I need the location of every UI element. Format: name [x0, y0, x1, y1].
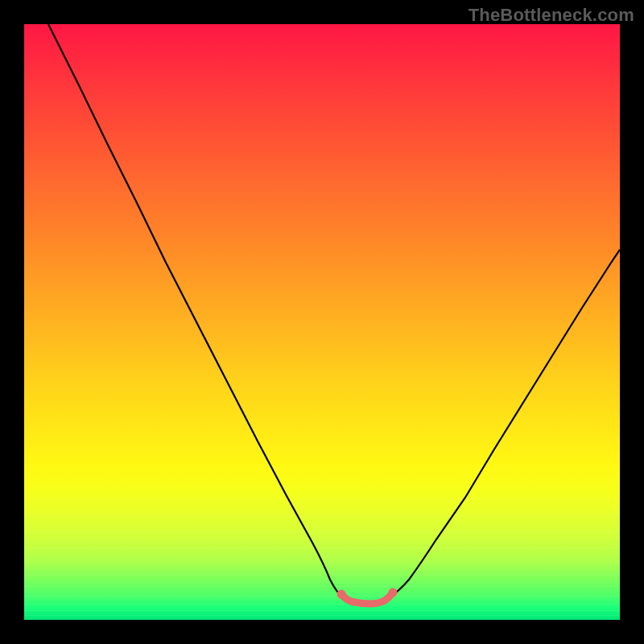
curve-left-segment: [48, 24, 343, 597]
curve-highlight-segment: [341, 592, 393, 604]
chart-frame: TheBottleneck.com: [0, 0, 644, 644]
watermark-text: TheBottleneck.com: [469, 5, 634, 26]
curve-right-segment: [390, 250, 620, 597]
plot-area: [24, 24, 620, 620]
highlight-end-dot: [337, 590, 346, 599]
highlight-end-dot: [389, 588, 398, 597]
bottleneck-curve: [24, 24, 620, 620]
